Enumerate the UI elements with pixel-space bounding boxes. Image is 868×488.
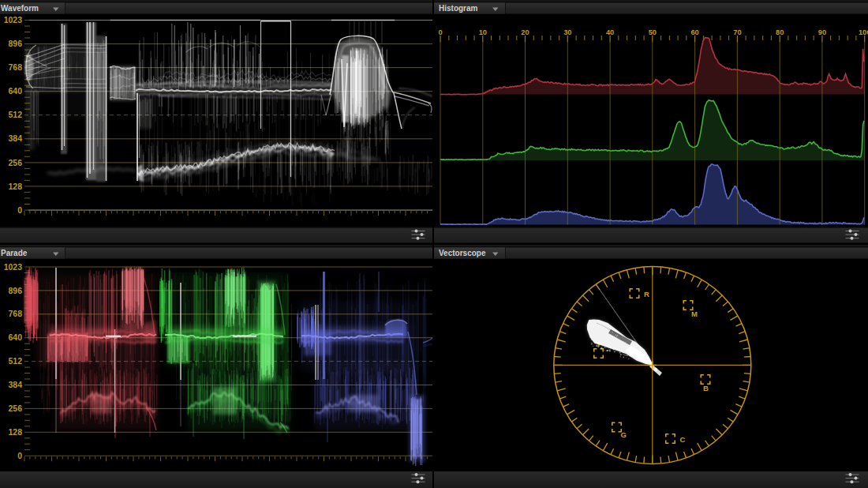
- svg-text:1023: 1023: [4, 262, 23, 272]
- svg-text:70: 70: [733, 28, 741, 36]
- svg-text:G: G: [621, 430, 627, 439]
- svg-text:Histogram: Histogram: [439, 4, 478, 13]
- svg-text:640: 640: [8, 86, 22, 96]
- svg-text:20: 20: [521, 28, 529, 36]
- svg-text:512: 512: [8, 110, 22, 119]
- svg-text:40: 40: [606, 28, 614, 36]
- svg-text:768: 768: [8, 62, 22, 72]
- svg-text:512: 512: [8, 356, 22, 366]
- svg-text:60: 60: [690, 28, 698, 36]
- svg-text:80: 80: [776, 28, 784, 36]
- svg-text:128: 128: [8, 182, 22, 191]
- svg-text:384: 384: [8, 133, 22, 143]
- svg-text:384: 384: [8, 380, 22, 389]
- svg-text:Waveform: Waveform: [1, 4, 39, 13]
- svg-text:768: 768: [8, 309, 22, 318]
- svg-text:1023: 1023: [4, 15, 23, 24]
- svg-text:896: 896: [8, 39, 22, 48]
- svg-text:896: 896: [8, 286, 22, 295]
- svg-text:30: 30: [563, 28, 571, 36]
- svg-text:0: 0: [17, 205, 22, 215]
- svg-text:0: 0: [438, 28, 442, 36]
- svg-text:Vectorscope: Vectorscope: [439, 249, 486, 257]
- svg-text:0: 0: [17, 451, 22, 460]
- svg-text:C: C: [680, 435, 686, 444]
- svg-text:10: 10: [479, 28, 487, 36]
- svg-text:640: 640: [8, 332, 22, 342]
- svg-text:256: 256: [8, 404, 22, 413]
- svg-text:128: 128: [8, 427, 22, 437]
- svg-text:R: R: [644, 290, 649, 298]
- svg-text:100: 100: [859, 28, 868, 36]
- svg-text:Parade: Parade: [1, 249, 28, 257]
- svg-text:M: M: [691, 310, 698, 318]
- svg-text:256: 256: [8, 158, 22, 167]
- svg-text:50: 50: [649, 28, 657, 36]
- svg-text:B: B: [703, 384, 709, 392]
- svg-text:90: 90: [818, 28, 826, 36]
